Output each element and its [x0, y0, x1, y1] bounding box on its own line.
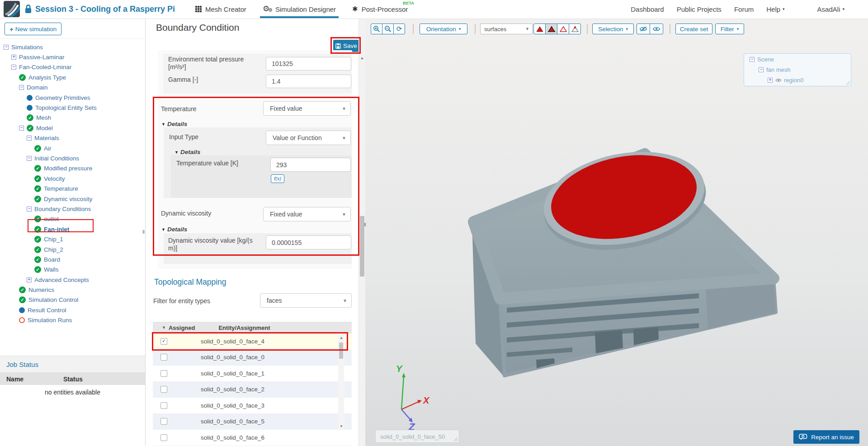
scene-tree-panel[interactable]: −Scene−fan mesh+region0 — [744, 53, 851, 86]
zoom-out-button[interactable] — [382, 23, 394, 34]
visibility-eye-icon[interactable] — [775, 78, 782, 82]
render-wireframe-button[interactable] — [557, 23, 569, 34]
display-mode-select[interactable]: surfaces ▼ — [480, 23, 533, 34]
tree-item-advanced-concepts[interactable]: +Advanced Concepts — [0, 275, 141, 285]
table-scrollbar[interactable]: ▲ ▼ — [338, 334, 344, 430]
tree-item-model[interactable]: −✓Model — [0, 123, 141, 133]
orientation-dropdown[interactable]: Orientation ▾ — [420, 23, 467, 34]
tree-item-passive-laminar[interactable]: +Passive-Laminar — [0, 52, 141, 62]
tree-item-simulation-control[interactable]: ✓Simulation Control — [0, 295, 141, 305]
scrollbar-thumb[interactable] — [339, 343, 343, 359]
expand-icon[interactable]: + — [27, 277, 32, 282]
entity-filter-select[interactable]: faces ▼ — [260, 293, 352, 308]
scroll-up-icon[interactable]: ▲ — [340, 336, 343, 340]
entity-table-row[interactable]: solid_0_solid_0_face_5 — [153, 414, 352, 430]
assigned-checkbox[interactable]: ✓ — [160, 338, 167, 345]
tree-item-domain[interactable]: −Domain — [0, 83, 141, 93]
create-set-button[interactable]: Create set — [675, 23, 712, 34]
scroll-down-icon[interactable]: ▼ — [340, 425, 343, 428]
tree-item-modified-pressure[interactable]: ✓Modified pressure — [0, 164, 141, 174]
3d-viewport[interactable]: ⟳ Orientation ▾ surfaces ▼ — [365, 19, 868, 446]
tree-item-analysis-type[interactable]: ✓Analysis Type — [0, 72, 141, 82]
tree-item-boundary-conditions[interactable]: −Boundary Conditions — [0, 204, 141, 214]
collapse-icon[interactable]: − — [19, 85, 24, 90]
scene-tree-item-scene[interactable]: −Scene — [744, 55, 851, 64]
assigned-checkbox[interactable] — [160, 418, 167, 425]
details-toggle[interactable]: ▼ Details — [161, 121, 187, 127]
render-surfaces-button[interactable] — [533, 23, 546, 34]
panel-scrollbar[interactable]: ▲ — [359, 19, 365, 446]
new-simulation-button[interactable]: + New simulation — [5, 23, 61, 35]
assigned-checkbox[interactable] — [160, 370, 167, 377]
viscosity-value-input[interactable] — [266, 235, 351, 249]
temperature-select[interactable]: Fixed value ▼ — [263, 101, 351, 116]
show-selection-button[interactable] — [650, 23, 663, 34]
tree-item-initial-conditions[interactable]: −Initial Conditions — [0, 153, 141, 163]
expand-icon[interactable]: + — [11, 55, 16, 60]
scene-tree-item-region0[interactable]: +region0 — [744, 75, 851, 85]
assigned-checkbox[interactable] — [160, 434, 167, 441]
nav-dashboard[interactable]: Dashboard — [631, 5, 664, 13]
tree-item-velocity[interactable]: ✓Velocity — [0, 174, 141, 183]
entity-table-header[interactable]: ▼ Assigned Entity/Assignment — [153, 322, 352, 333]
tree-item-geometry-primitives[interactable]: Geometry Primitives — [0, 93, 141, 103]
report-issue-button[interactable]: Report an issue — [793, 430, 859, 444]
tree-item-walls[interactable]: ✓Walls — [0, 265, 141, 275]
gamma-input[interactable] — [266, 75, 351, 88]
tree-item-temperature[interactable]: ✓Temperature — [0, 183, 141, 193]
collapse-icon[interactable]: − — [4, 45, 9, 50]
simscale-logo-icon[interactable] — [4, 1, 20, 17]
user-menu[interactable]: AsadAli▾ — [817, 5, 844, 13]
fx-function-button[interactable]: f(x) — [271, 174, 284, 183]
input-type-select[interactable]: Value or Function ▼ — [266, 131, 351, 145]
filter-dropdown[interactable]: Filter ▾ — [715, 23, 744, 34]
expand-icon[interactable]: + — [768, 78, 773, 83]
collapse-icon[interactable]: − — [750, 57, 755, 62]
render-points-button[interactable] — [569, 23, 581, 34]
render-surfaces-edges-button[interactable] — [545, 23, 557, 34]
collapse-icon[interactable]: − — [27, 136, 32, 141]
details-toggle[interactable]: ▼ Details — [161, 226, 187, 233]
tree-item-board[interactable]: ✓Board — [0, 254, 141, 264]
assigned-checkbox[interactable] — [160, 386, 167, 393]
tree-item-topological-entity-sets[interactable]: Topological Entity Sets — [0, 103, 141, 113]
tree-item-air[interactable]: ✓Air — [0, 143, 141, 153]
viscosity-select[interactable]: Fixed value ▼ — [263, 207, 351, 221]
entity-table-row[interactable]: solid_0_solid_0_face_1 — [153, 366, 352, 382]
tree-item-fan-inlet[interactable]: ✓Fan-inlet — [0, 224, 141, 234]
tree-item-fan-cooled-lminar[interactable]: −Fan-Cooled-Lminar — [0, 62, 141, 72]
collapse-icon[interactable]: − — [27, 207, 32, 211]
env-pressure-input[interactable] — [266, 57, 351, 70]
panel-resize-handle[interactable]: ‖ — [364, 222, 367, 227]
tree-item-chip-2[interactable]: ✓Chip_2 — [0, 244, 141, 254]
selection-dropdown[interactable]: Selection ▾ — [592, 23, 634, 34]
tree-item-mesh[interactable]: ✓Mesh — [0, 113, 141, 123]
nav-public-projects[interactable]: Public Projects — [677, 5, 722, 13]
resize-handle-icon[interactable] — [846, 81, 850, 85]
sidebar-resize-handle[interactable]: ‖ — [142, 230, 145, 235]
tree-item-outlet[interactable]: ✓outlet — [0, 214, 141, 224]
collapse-icon[interactable]: − — [11, 65, 16, 70]
entity-table-row[interactable]: ✓solid_0_solid_0_face_4 — [153, 333, 352, 350]
tree-item-numerics[interactable]: ✓Numerics — [0, 285, 141, 295]
hide-selection-button[interactable] — [637, 23, 650, 34]
assigned-checkbox[interactable] — [160, 402, 167, 409]
tree-item-materials[interactable]: −Materials — [0, 133, 141, 143]
collapse-icon[interactable]: − — [27, 156, 32, 161]
entity-table-row[interactable]: solid_0_solid_0_face_2 — [153, 382, 352, 398]
details-toggle[interactable]: ▼ Details — [175, 149, 200, 155]
tab-simulation-designer[interactable]: ⚙ ⚙ Simulation Designer — [263, 0, 336, 18]
zoom-in-button[interactable] — [371, 23, 382, 34]
tab-post-processor[interactable]: ✱ Post-Processor BETA — [352, 0, 408, 18]
tree-item-chip-1[interactable]: ✓Chip_1 — [0, 234, 141, 244]
collapse-icon[interactable]: − — [19, 126, 24, 131]
entity-table-row[interactable]: solid_0_solid_0_face_0 — [153, 350, 352, 366]
nav-help[interactable]: Help▾ — [766, 5, 784, 13]
nav-forum[interactable]: Forum — [734, 5, 754, 13]
tree-item-dynamic-viscosity[interactable]: ✓Dynamic viscosity — [0, 194, 141, 204]
collapse-icon[interactable]: − — [759, 67, 764, 72]
temp-value-input[interactable] — [270, 158, 351, 172]
scroll-up-icon[interactable]: ▲ — [360, 56, 364, 60]
tree-item-simulations[interactable]: −Simulations — [0, 42, 141, 52]
entity-table-row[interactable]: solid_0_solid_0_face_6 — [153, 430, 352, 446]
